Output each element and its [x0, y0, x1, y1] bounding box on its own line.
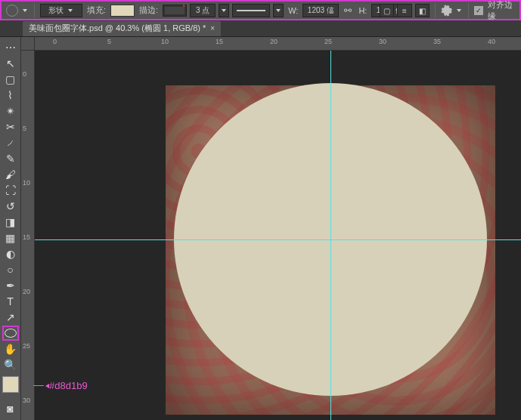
stroke-style-dropdown[interactable]	[273, 4, 284, 17]
color-annotation: #d8d1b9	[33, 380, 88, 391]
stroke-width-dropdown[interactable]	[219, 4, 229, 17]
blur-tool[interactable]: ◐	[2, 246, 19, 261]
pen-tool[interactable]: ✒	[2, 278, 19, 293]
guide-horizontal[interactable]	[35, 239, 521, 240]
scrollbar-horizontal[interactable]	[44, 412, 507, 420]
tab-title: 美味面包圈字体.psd @ 40.3% (椭圆 1, RGB/8) *	[29, 23, 206, 34]
brush-tool[interactable]: 🖌	[2, 167, 19, 182]
width-label: W:	[288, 6, 298, 15]
ruler-tick: 20	[23, 288, 30, 295]
ruler-origin[interactable]	[21, 37, 35, 51]
ruler-tick: 30	[379, 38, 386, 45]
document-tab[interactable]: 美味面包圈字体.psd @ 40.3% (椭圆 1, RGB/8) * ×	[23, 21, 221, 36]
toolbox: ⋯ ↖ ▢ ⌇ ✴ ✂ ⟋ ✎ 🖌 ⛶ ↺ ◨ ▦ ◐ ○ ✒ T ↗ ✋ 🔍 …	[0, 37, 21, 420]
ruler-vertical[interactable]: 0 5 10 15 20 25 30	[21, 51, 35, 420]
ruler-tick: 15	[23, 233, 30, 241]
gradient-tool[interactable]: ▦	[2, 230, 19, 246]
history-brush-tool[interactable]: ↺	[2, 199, 19, 214]
marquee-tool[interactable]: ▢	[2, 72, 19, 87]
eyedropper-tool[interactable]: ⟋	[2, 135, 19, 150]
link-icon[interactable]: ⚯	[342, 5, 354, 17]
options-bar-right: ▢ ≡ ◧ ✓ 对齐边缘	[380, 2, 521, 19]
crop-tool[interactable]: ✂	[2, 119, 19, 134]
path-operations-button[interactable]: ▢	[380, 4, 394, 17]
divider	[34, 3, 35, 18]
ruler-tick: 0	[53, 38, 57, 45]
tool-preset-icon[interactable]	[6, 5, 18, 17]
ruler-tick: 20	[270, 38, 278, 45]
height-label: H:	[358, 6, 367, 15]
stroke-label: 描边:	[139, 5, 158, 16]
foreground-color-swatch[interactable]	[2, 376, 19, 393]
stroke-swatch[interactable]	[163, 5, 187, 17]
annotation-text: #d8d1b9	[49, 380, 88, 391]
chevron-down-icon	[68, 9, 73, 12]
tab-bar: 美味面包圈字体.psd @ 40.3% (椭圆 1, RGB/8) * ×	[0, 20, 521, 37]
close-icon[interactable]: ×	[210, 24, 215, 32]
move-tool[interactable]: ↖	[2, 56, 19, 71]
chevron-down-icon[interactable]	[23, 9, 27, 12]
divider	[468, 3, 469, 18]
fill-label: 填充:	[87, 5, 106, 16]
dodge-tool[interactable]: ○	[2, 262, 19, 277]
align-edges-checkbox[interactable]: ✓	[474, 6, 483, 15]
chevron-down-icon	[276, 9, 281, 12]
quick-mask-icon[interactable]: ◙	[2, 401, 19, 416]
stroke-style-select[interactable]	[232, 4, 270, 17]
ellipse-tool[interactable]	[2, 326, 19, 341]
ruler-tick: 35	[433, 38, 441, 45]
shape-mode-select[interactable]: 形状	[40, 4, 82, 17]
align-edges-label: 对齐边缘	[488, 0, 519, 22]
scrollbar-vertical[interactable]	[513, 75, 521, 412]
zoom-tool[interactable]: 🔍	[2, 357, 19, 372]
shape-mode-label: 形状	[48, 5, 64, 16]
width-input[interactable]	[302, 4, 339, 17]
magic-wand-tool[interactable]: ✴	[2, 103, 19, 119]
ruler-horizontal[interactable]: 0 5 10 15 20 25 30 35 40	[35, 37, 521, 51]
ruler-tick: 10	[161, 38, 169, 45]
clone-stamp-tool[interactable]: ⛶	[2, 183, 19, 198]
ruler-tick: 25	[23, 342, 30, 350]
eraser-tool[interactable]: ◨	[2, 215, 19, 230]
stroke-width-input[interactable]	[190, 4, 216, 17]
divider	[435, 3, 436, 18]
hand-tool[interactable]: ✋	[2, 341, 19, 357]
chevron-down-icon[interactable]	[457, 9, 461, 12]
chevron-down-icon	[222, 9, 226, 12]
ruler-tick: 5	[23, 125, 26, 132]
ruler-tick: 15	[216, 38, 223, 45]
healing-brush-tool[interactable]: ✎	[2, 151, 19, 166]
ruler-tick: 10	[23, 179, 30, 187]
main-area: ⋯ ↖ ▢ ⌇ ✴ ✂ ⟋ ✎ 🖌 ⛶ ↺ ◨ ▦ ◐ ○ ✒ T ↗ ✋ 🔍 …	[0, 37, 521, 420]
guide-vertical[interactable]	[330, 51, 331, 420]
type-tool[interactable]: T	[2, 294, 19, 309]
canvas-stage[interactable]	[35, 51, 521, 420]
lasso-tool[interactable]: ⌇	[2, 88, 19, 103]
ruler-tick: 0	[23, 70, 26, 78]
ruler-tick: 40	[488, 38, 495, 45]
path-alignment-button[interactable]: ≡	[397, 4, 411, 17]
fill-swatch[interactable]	[110, 5, 135, 17]
gear-icon[interactable]	[441, 5, 452, 17]
canvas-area: 0 5 10 15 20 25 30 35 40 0 5 10 15 20 25…	[21, 37, 521, 420]
path-selection-tool[interactable]: ↗	[2, 310, 19, 325]
collapse-handle-icon[interactable]: ⋯	[2, 40, 19, 55]
ruler-tick: 30	[23, 397, 30, 404]
path-arrangement-button[interactable]: ◧	[415, 4, 430, 17]
ruler-tick: 25	[324, 38, 332, 45]
ruler-tick: 5	[107, 38, 111, 45]
